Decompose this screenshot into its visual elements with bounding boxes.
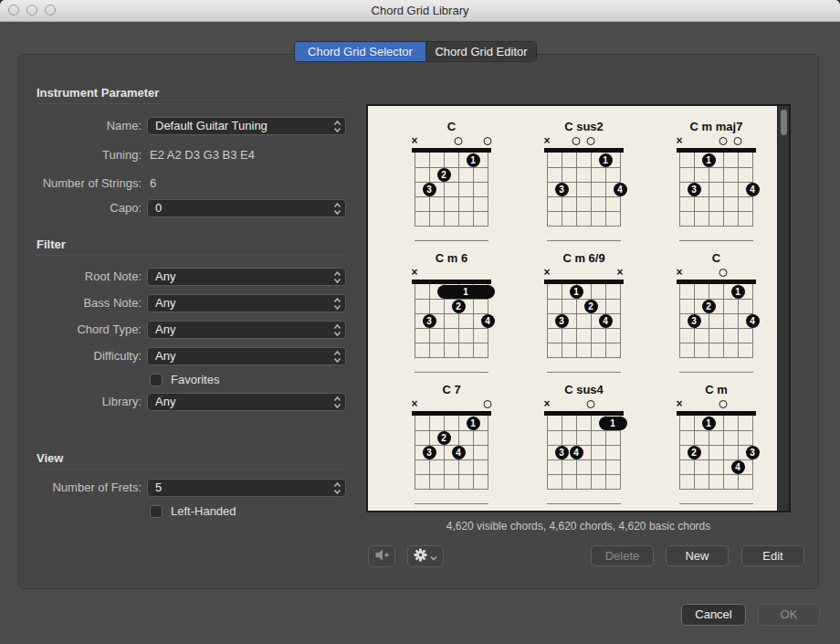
- open-string-marker: [719, 137, 728, 145]
- finger-dot: 4: [731, 460, 745, 474]
- chord-name: C m 6/9: [518, 251, 650, 266]
- finger-dot: 3: [688, 183, 701, 196]
- left-handed-checkbox[interactable]: [150, 505, 163, 518]
- finger-dot: 2: [702, 300, 716, 313]
- muted-string-marker: ×: [411, 267, 417, 278]
- finger-dot: 3: [555, 314, 569, 328]
- muted-string-marker: ×: [616, 267, 623, 278]
- edit-button[interactable]: Edit: [741, 545, 804, 566]
- scrollbar-thumb[interactable]: [781, 110, 787, 135]
- new-button[interactable]: New: [666, 545, 729, 566]
- favorites-label: Favorites: [171, 373, 219, 387]
- tuning-value: E2 A2 D3 G3 B3 E4: [150, 146, 255, 164]
- finger-dot: 3: [423, 314, 436, 328]
- nut: [544, 280, 624, 284]
- chord-type-select[interactable]: Any: [147, 321, 346, 339]
- strings-value: 6: [150, 174, 156, 193]
- stepper-icon: [333, 481, 341, 500]
- tab-chord-grid-selector[interactable]: Chord Grid Selector: [295, 42, 425, 61]
- section-header-instrument-parameter: Instrument Parameter: [37, 86, 159, 100]
- section-header-view: View: [37, 451, 63, 466]
- action-menu-button[interactable]: [407, 545, 444, 567]
- cancel-button[interactable]: Cancel: [681, 604, 746, 626]
- root-note-select[interactable]: Any: [147, 268, 346, 286]
- tab-group: Chord Grid Selector Chord Grid Editor: [294, 41, 537, 62]
- finger-dot: 3: [688, 314, 701, 328]
- chord-name: C m 6: [385, 251, 518, 266]
- finger-dot: 4: [746, 183, 760, 196]
- nut: [412, 280, 491, 284]
- chord-diagram: ×1234: [415, 397, 488, 492]
- chord-item[interactable]: C×1234: [650, 249, 777, 381]
- bass-note-select[interactable]: Any: [147, 294, 346, 312]
- chord-name: C: [650, 251, 777, 266]
- ok-button[interactable]: OK: [758, 604, 820, 626]
- library-select-value: Any: [155, 395, 175, 408]
- finger-dot: 2: [437, 168, 451, 182]
- finger-dot: 2: [452, 300, 466, 313]
- stepper-icon: [333, 202, 341, 220]
- name-select[interactable]: Default Guitar Tuning: [147, 117, 346, 135]
- stepper-icon: [333, 350, 341, 368]
- finger-dot: 4: [746, 314, 760, 328]
- muted-string-marker: ×: [676, 267, 682, 278]
- root-note-select-value: Any: [155, 269, 175, 283]
- finger-dot: 1: [702, 417, 716, 430]
- chord-item[interactable]: C m maj7×134: [650, 118, 777, 249]
- chord-item[interactable]: C sus4×134: [518, 381, 650, 511]
- library-label: Library:: [37, 393, 142, 411]
- finger-dot: 3: [555, 446, 569, 459]
- finger-dot: 3: [555, 183, 569, 196]
- finger-dot: 1: [570, 285, 583, 299]
- finger-dot: 4: [570, 446, 583, 459]
- capo-select[interactable]: 0: [147, 199, 346, 217]
- difficulty-select[interactable]: Any: [147, 347, 346, 365]
- chord-item[interactable]: C 7×1234: [385, 381, 518, 511]
- difficulty-select-value: Any: [155, 349, 175, 363]
- open-string-marker: [719, 400, 728, 408]
- chord-name: C m maj7: [650, 120, 777, 134]
- capo-select-value: 0: [155, 201, 162, 215]
- finger-dot: 2: [584, 300, 598, 313]
- muted-string-marker: ×: [411, 135, 417, 146]
- number-of-frets-select-value: 5: [155, 480, 162, 494]
- divider: [37, 103, 346, 104]
- chord-diagram: ×134: [547, 397, 621, 492]
- play-chord-button[interactable]: [368, 545, 395, 567]
- number-of-frets-select[interactable]: 5: [147, 479, 346, 497]
- chord-grid-library-window: Chord Grid Library Chord Grid Selector C…: [0, 0, 840, 644]
- chevron-down-icon: [430, 548, 437, 565]
- chord-item[interactable]: C sus2×134: [518, 118, 650, 249]
- delete-button[interactable]: Delete: [591, 545, 654, 566]
- root-note-label: Root Note:: [37, 268, 142, 286]
- muted-string-marker: ×: [543, 267, 550, 278]
- chord-item[interactable]: C×123: [385, 118, 518, 249]
- chord-item[interactable]: C m×1234: [650, 381, 777, 511]
- finger-dot: 1: [467, 153, 480, 167]
- open-string-marker: [719, 269, 728, 277]
- divider: [37, 469, 346, 470]
- open-string-marker: [572, 137, 581, 145]
- nut: [544, 148, 624, 153]
- favorites-checkbox[interactable]: [150, 374, 163, 386]
- finger-dot: 1: [731, 285, 745, 299]
- nut: [677, 411, 756, 416]
- chord-item[interactable]: C m 6×1234: [385, 249, 518, 381]
- tab-chord-grid-editor[interactable]: Chord Grid Editor: [425, 42, 536, 61]
- open-string-marker: [587, 137, 595, 145]
- finger-dot: 1: [599, 153, 613, 167]
- chord-display-panel: C×123C sus2×134C m maj7×134C m 6×1234C m…: [366, 104, 791, 512]
- scrollbar[interactable]: [777, 106, 789, 511]
- library-select[interactable]: Any: [147, 393, 346, 411]
- chord-item[interactable]: C m 6/9××1234: [518, 249, 650, 381]
- stepper-icon: [333, 270, 341, 289]
- left-handed-label: Left-Handed: [171, 504, 236, 519]
- chord-name: C 7: [385, 383, 518, 397]
- open-string-marker: [587, 400, 595, 408]
- finger-dot: 4: [599, 314, 613, 328]
- divider: [37, 255, 346, 256]
- chord-name: C: [385, 120, 518, 134]
- finger-dot: 3: [746, 446, 760, 459]
- finger-dot: 4: [452, 446, 466, 459]
- tuning-label: Tuning:: [37, 146, 142, 164]
